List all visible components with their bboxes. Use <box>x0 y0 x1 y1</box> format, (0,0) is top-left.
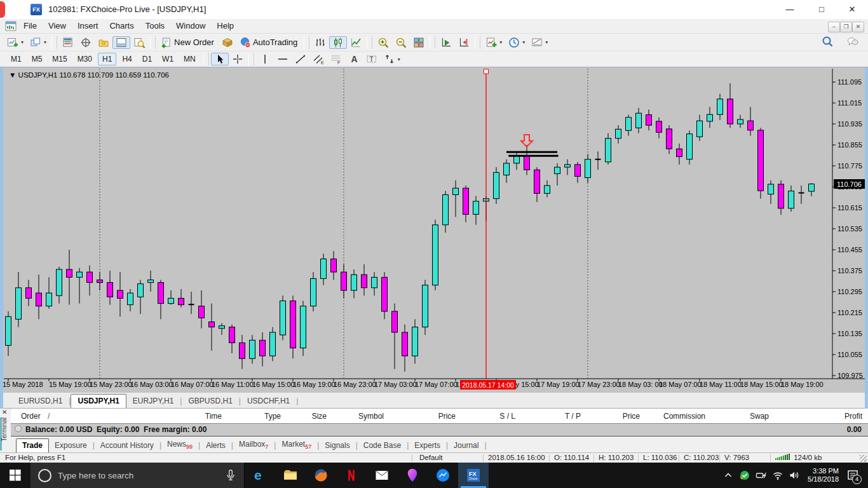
menu-item-charts[interactable]: Charts <box>104 19 139 32</box>
chart-tab-usdjpy-h1[interactable]: USDJPY,H1 <box>71 394 126 408</box>
terminal-column-order-0[interactable]: Order <box>21 412 41 421</box>
trendline-tool-button[interactable] <box>292 53 309 65</box>
timeframe-button-m1[interactable]: M1 <box>6 53 26 65</box>
menu-item-tools[interactable]: Tools <box>140 19 170 32</box>
timeframe-button-h1[interactable]: H1 <box>98 53 116 65</box>
chart-shift-button[interactable] <box>455 36 473 49</box>
taskbar-app-file-explorer[interactable] <box>275 463 306 488</box>
terminal-column-price-8[interactable]: Price <box>564 412 640 421</box>
timeframe-button-w1[interactable]: W1 <box>158 53 178 65</box>
terminal-tab-market[interactable]: Market57 <box>276 438 317 452</box>
navigator-button[interactable] <box>95 36 112 49</box>
auto-scroll-button[interactable] <box>437 36 455 49</box>
maximize-button[interactable]: □ <box>807 0 836 19</box>
tile-windows-button[interactable] <box>410 36 428 49</box>
child-minimize-button[interactable]: – <box>828 22 840 32</box>
timeframe-button-m5[interactable]: M5 <box>27 53 47 65</box>
close-button[interactable]: ✕ <box>837 0 867 19</box>
zoom-out-button[interactable] <box>392 36 410 49</box>
terminal-tab-signals[interactable]: Signals <box>319 439 355 452</box>
microphone-icon[interactable] <box>224 468 238 482</box>
metaeditor-button[interactable] <box>219 36 236 49</box>
chart-tab-eurusd-h1[interactable]: EURUSD,H1 <box>12 395 69 408</box>
terminal-tab-mailbox[interactable]: Mailbox7 <box>233 438 274 452</box>
chart-window-icon[interactable] <box>5 21 17 31</box>
fibonacci-tool-button[interactable]: F <box>327 53 345 65</box>
data-window-button[interactable] <box>77 36 95 49</box>
tray-chevron-up-icon[interactable] <box>722 470 734 481</box>
market-watch-button[interactable] <box>59 36 77 49</box>
child-restore-button[interactable]: ❐ <box>840 22 852 32</box>
timeframe-button-m15[interactable]: M15 <box>48 53 71 65</box>
tray-wifi-icon[interactable] <box>772 470 783 481</box>
taskbar-app-messenger[interactable] <box>428 463 458 488</box>
periods-button[interactable]: ▾ <box>505 36 528 49</box>
terminal-tab-exposure[interactable]: Exposure <box>49 439 93 452</box>
terminal-tab-trade[interactable]: Trade <box>16 438 49 452</box>
terminal-column-s-l-6[interactable]: S / L <box>439 412 515 421</box>
terminal-tab-journal[interactable]: Journal <box>448 439 484 452</box>
menu-item-help[interactable]: Help <box>211 19 240 32</box>
profiles-button[interactable]: ▾ <box>27 36 50 49</box>
line-chart-button[interactable] <box>347 36 365 49</box>
timeframe-button-d1[interactable]: D1 <box>138 53 156 65</box>
taskbar-app-netflix[interactable] <box>336 463 367 488</box>
action-center-icon[interactable]: 4 <box>846 469 859 482</box>
text-tool-button[interactable]: A <box>345 53 363 65</box>
tray-volume-icon[interactable] <box>789 470 800 481</box>
taskbar-app-mail[interactable] <box>367 463 397 488</box>
tray-defender-icon[interactable] <box>739 470 750 481</box>
timeframe-button-m30[interactable]: M30 <box>73 53 97 65</box>
text-label-tool-button[interactable]: T <box>363 53 381 65</box>
timeframe-button-mn[interactable]: MN <box>179 53 200 65</box>
terminal-tab-experts[interactable]: Experts <box>409 439 446 452</box>
chat-button[interactable] <box>844 35 862 48</box>
menu-item-file[interactable]: File <box>18 19 43 32</box>
minimize-button[interactable]: ― <box>775 0 804 19</box>
vertical-line-tool-button[interactable] <box>256 53 274 65</box>
menu-item-view[interactable]: View <box>43 19 72 32</box>
terminal-tab-alerts[interactable]: Alerts <box>200 439 231 452</box>
new-order-button[interactable]: New Order <box>158 36 219 49</box>
start-button[interactable] <box>0 463 31 488</box>
candle-down <box>524 156 530 170</box>
terminal-tab-news[interactable]: News99 <box>161 438 198 452</box>
menu-item-insert[interactable]: Insert <box>72 19 104 32</box>
taskbar-app-firefox[interactable] <box>306 463 336 488</box>
taskbar-clock[interactable]: 3:38 PM5/18/2018 <box>805 467 841 484</box>
child-close-button[interactable]: ✕ <box>852 22 864 32</box>
taskbar-app-fxchoice[interactable]: FXChoice <box>458 463 489 488</box>
chart-tab-eurjpy-h1[interactable]: EURJPY,H1 <box>126 395 180 408</box>
arrows-tool-button[interactable]: ▾ <box>381 53 403 65</box>
autotrading-button[interactable]: AutoTrading <box>236 36 302 49</box>
tray-power-icon[interactable] <box>756 470 767 481</box>
indicators-button[interactable]: ▾ <box>482 36 505 49</box>
chart-area[interactable]: 111.095111.015110.935110.855110.775110.6… <box>0 67 868 393</box>
crosshair-tool-button[interactable] <box>229 53 247 65</box>
terminal-column-swap-10[interactable]: Swap <box>693 412 769 421</box>
chart-tab-gbpusd-h1[interactable]: GBPUSD,H1 <box>182 395 238 408</box>
taskbar-search[interactable]: Type here to search <box>31 463 245 488</box>
vertical-line-handle[interactable] <box>484 69 489 74</box>
bar-chart-button[interactable] <box>311 36 329 49</box>
horizontal-line-tool-button[interactable] <box>274 53 292 65</box>
taskbar-app-edge[interactable]: e <box>245 463 275 488</box>
zoom-in-button[interactable] <box>374 36 392 49</box>
terminal-column-profit-11[interactable]: Profit <box>786 412 862 421</box>
menu-item-window[interactable]: Window <box>170 19 211 32</box>
equidistant-channel-tool-button[interactable]: E <box>309 53 327 65</box>
chart-tab-usdchf-h1[interactable]: USDCHF,H1 <box>241 395 296 408</box>
templates-button[interactable]: ▾ <box>528 36 551 49</box>
terminal-close-icon[interactable]: ✕ <box>2 409 7 416</box>
terminal-tab-account-history[interactable]: Account History <box>95 439 159 452</box>
taskbar-app-maps[interactable] <box>397 463 428 488</box>
cursor-tool-button[interactable] <box>211 53 229 65</box>
candle-chart-button[interactable] <box>329 36 347 49</box>
timeframe-button-h4[interactable]: H4 <box>118 53 136 65</box>
strategy-tester-button[interactable] <box>130 36 148 49</box>
search-button[interactable] <box>818 35 836 48</box>
new-chart-button[interactable]: ▾ <box>4 36 27 49</box>
terminal-panel-button[interactable] <box>112 36 130 49</box>
terminal-tab-code-base[interactable]: Code Base <box>358 439 407 452</box>
terminal-column-symbol-4[interactable]: Symbol <box>308 412 384 421</box>
